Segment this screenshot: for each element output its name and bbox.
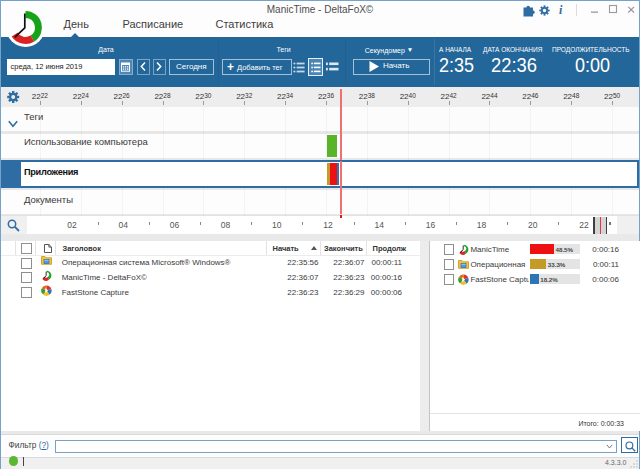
svg-text:i: i	[559, 3, 563, 17]
